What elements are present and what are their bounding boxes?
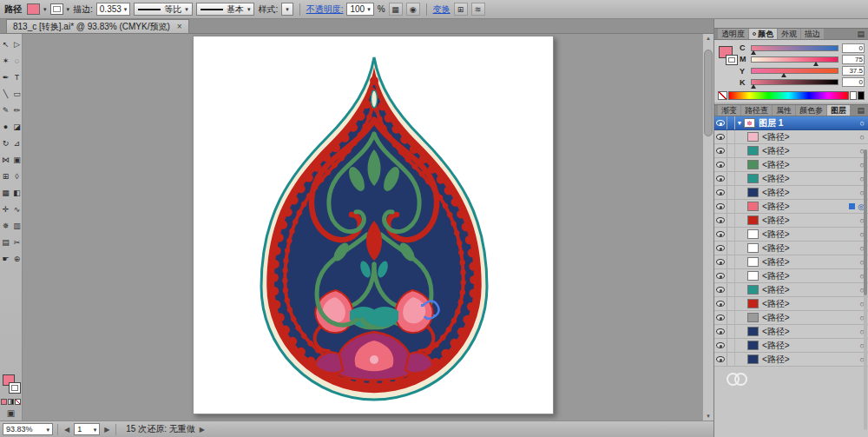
slider-marker-icon[interactable] xyxy=(751,84,756,89)
layer-row-path[interactable]: <路径>○ xyxy=(714,269,868,283)
next-artboard-button[interactable]: ▶ xyxy=(102,426,111,434)
layers-scrollbar[interactable] xyxy=(864,149,867,430)
stroke-width-field[interactable]: 0.353 ▾ xyxy=(96,3,131,16)
visibility-toggle[interactable] xyxy=(714,130,727,143)
layer-thumbnail[interactable] xyxy=(747,132,759,142)
tool-slice[interactable]: ✂ xyxy=(11,234,23,250)
stroke-dropdown-icon[interactable]: ▾ xyxy=(67,6,70,12)
panel-tab-gradient[interactable]: 渐变 xyxy=(718,105,740,116)
target-icon[interactable]: ○ xyxy=(860,133,865,142)
scroll-up-icon[interactable]: ▲ xyxy=(703,36,713,41)
layer-thumbnail[interactable] xyxy=(747,146,759,156)
visibility-toggle[interactable] xyxy=(714,269,727,282)
tool-artboard[interactable]: ▤ xyxy=(0,234,11,250)
ornament-artwork[interactable] xyxy=(253,50,496,407)
lock-toggle[interactable] xyxy=(727,353,735,366)
channel-value-field[interactable]: 37.5 xyxy=(842,66,865,76)
layer-row-path[interactable]: <路径>○ xyxy=(714,325,868,339)
layer-row-path[interactable]: <路径>○ xyxy=(714,158,868,172)
paint-none-icon[interactable] xyxy=(15,399,21,405)
visibility-toggle[interactable] xyxy=(714,242,727,255)
lock-toggle[interactable] xyxy=(727,283,735,296)
tool-blend[interactable]: ∿ xyxy=(11,201,23,217)
channel-value-field[interactable]: 0 xyxy=(842,77,865,87)
layer-thumbnail[interactable] xyxy=(747,202,759,211)
layer-thumbnail[interactable] xyxy=(747,243,759,253)
layer-row-path[interactable]: <路径>○ xyxy=(714,214,868,228)
panel-stroke-swatch[interactable] xyxy=(726,55,738,65)
tool-eraser[interactable]: ◪ xyxy=(11,118,23,135)
panel-tab-transparency[interactable]: 透明度 xyxy=(718,29,748,39)
tool-gradient[interactable]: ◧ xyxy=(11,184,23,201)
tool-zoom[interactable]: ⊕ xyxy=(11,250,23,267)
visibility-toggle[interactable] xyxy=(714,297,727,310)
lock-toggle[interactable] xyxy=(727,255,735,268)
layer-row-path[interactable]: <路径>○ xyxy=(714,353,868,367)
fill-color-swatch[interactable] xyxy=(27,3,40,15)
tool-magic-wand[interactable]: ✶ xyxy=(0,52,11,69)
tool-width-tool[interactable]: ⋈ xyxy=(0,151,11,168)
recolor-artwork-icon[interactable]: ◉ xyxy=(406,3,420,16)
panel-tab-pathfinder[interactable]: 路径查 xyxy=(741,105,772,116)
layer-thumbnail[interactable] xyxy=(747,257,759,267)
lock-toggle[interactable] xyxy=(727,269,735,282)
layer-row-path[interactable]: <路径>○ xyxy=(714,172,868,186)
visibility-toggle[interactable] xyxy=(714,200,727,213)
tool-paintbrush[interactable]: ✎ xyxy=(0,102,11,118)
opacity-dropdown-icon[interactable]: ▾ xyxy=(367,6,371,12)
channel-value-field[interactable]: 0 xyxy=(842,43,865,53)
layer-row-path[interactable]: <路径>○ xyxy=(714,283,868,297)
layer-row-path[interactable]: <路径>○ xyxy=(714,255,868,269)
canvas-area[interactable]: ▲ ▼ xyxy=(23,34,713,420)
visibility-toggle[interactable] xyxy=(714,255,727,268)
brush-definition-select[interactable]: 基本 ▾ xyxy=(196,3,255,16)
panel-menu-icon[interactable]: ▤ xyxy=(853,105,868,116)
visibility-toggle[interactable] xyxy=(714,228,727,241)
visibility-toggle[interactable] xyxy=(714,283,727,296)
lock-toggle[interactable] xyxy=(727,325,735,338)
layer-thumbnail[interactable] xyxy=(747,160,759,169)
zoom-select[interactable]: 93.83% ▾ xyxy=(3,423,53,435)
layer-thumbnail[interactable] xyxy=(747,229,759,239)
channel-slider[interactable] xyxy=(751,45,838,51)
color-spectrum-bar[interactable] xyxy=(714,90,868,103)
tab-close-icon[interactable]: × xyxy=(177,22,182,31)
tool-type[interactable]: T xyxy=(11,69,23,85)
channel-value-field[interactable]: 75 xyxy=(842,55,865,64)
layer-thumbnail[interactable] xyxy=(747,174,759,183)
tool-symbol-sprayer[interactable]: ✵ xyxy=(0,217,11,234)
lock-toggle[interactable] xyxy=(727,214,735,227)
panel-tab-properties[interactable]: 属性 xyxy=(773,105,795,116)
paint-gradient-icon[interactable] xyxy=(8,399,14,405)
align-icon[interactable]: ⊞ xyxy=(454,3,468,16)
lock-toggle[interactable] xyxy=(727,297,735,310)
layer-thumbnail[interactable] xyxy=(747,188,759,197)
tool-line-segment[interactable]: ╲ xyxy=(0,85,11,102)
tool-scale[interactable]: ⊿ xyxy=(11,135,23,151)
visibility-toggle[interactable] xyxy=(714,311,727,324)
layer-row-path[interactable]: <路径>○ xyxy=(714,311,868,325)
black-swatch[interactable] xyxy=(858,91,865,100)
panel-tab-color[interactable]: 颜色 xyxy=(749,29,777,39)
panel-tab-appearance[interactable]: 外观 xyxy=(778,29,800,39)
layer-row-path[interactable]: <路径>○ xyxy=(714,242,868,255)
tool-column-graph[interactable]: ▥ xyxy=(11,217,23,234)
lock-toggle[interactable] xyxy=(727,228,735,241)
status-next-icon[interactable]: ▶ xyxy=(198,426,207,434)
slider-marker-icon[interactable] xyxy=(813,62,819,66)
channel-slider[interactable] xyxy=(751,68,838,74)
layer-thumbnail[interactable] xyxy=(747,341,759,350)
paint-color-icon[interactable] xyxy=(1,399,7,405)
visibility-toggle[interactable] xyxy=(714,144,727,157)
lock-toggle[interactable] xyxy=(727,242,735,255)
visibility-toggle[interactable] xyxy=(714,339,727,352)
scroll-down-icon[interactable]: ▼ xyxy=(703,414,713,419)
tool-pen[interactable]: ✒ xyxy=(0,69,11,85)
stroke-color-swatch[interactable] xyxy=(50,3,63,15)
tool-perspective-grid[interactable]: ◊ xyxy=(11,168,23,184)
scrollbar-thumb[interactable] xyxy=(704,50,713,136)
white-swatch[interactable] xyxy=(850,91,857,100)
visibility-toggle[interactable] xyxy=(714,214,727,227)
opacity-field[interactable]: 100 ▾ xyxy=(346,3,373,16)
layer-row-path[interactable]: <路径>○ xyxy=(714,228,868,242)
